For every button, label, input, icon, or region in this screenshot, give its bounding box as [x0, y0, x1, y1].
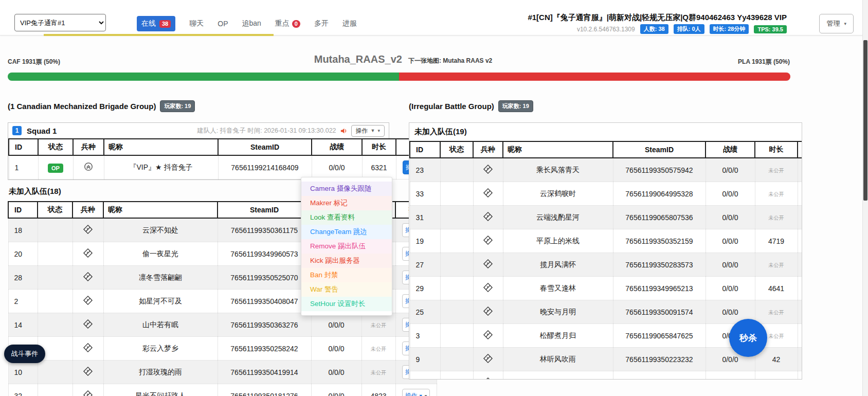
squad-action-button[interactable]: 操作 ▼ ▾ [351, 125, 385, 137]
player-action: 操作▼▾ [395, 384, 437, 396]
map-header: Mutaha_RAAS_v2 下一张地图: Mutaha RAAS v2 [0, 53, 806, 65]
player-nickname: 『VIP』★ 抖音兔子 [104, 155, 218, 179]
context-menu-item[interactable]: Camera 摄像头跟随 [301, 182, 392, 196]
player-kit [73, 384, 103, 396]
nav-chat[interactable]: 聊天 [189, 19, 204, 28]
player-duration: 6321 [362, 155, 396, 179]
player-row: 14山中若有眠765611993503632760/0/0未公开操作▼▾ [8, 313, 437, 337]
left-faction-name: (1 Canadian Mechanized Brigade Group) [8, 102, 156, 111]
player-row: 33云深鹤唳时765611990649953280/0/0未公开操作▼▾ [410, 182, 802, 206]
topbar: VIP兔子通宵#1 在线 38 聊天 OP 追ban 重点 0 多开 进服 #1… [0, 0, 868, 35]
player-duration: 未公开 [755, 253, 798, 277]
player-steamid: 76561199350419914 [218, 361, 311, 384]
player-nickname: 如星河不可及 [103, 290, 218, 313]
context-menu-item[interactable]: War 警告 [301, 282, 392, 297]
player-id: 28 [8, 266, 38, 290]
player-duration: 未公开 [755, 182, 798, 206]
online-count-badge: 38 [159, 20, 171, 28]
pla-ticket-label: PLA 1931票 (50%) [738, 58, 790, 66]
nav-trace-ban[interactable]: 追ban [242, 19, 261, 28]
kit-icon-rifleman [82, 247, 94, 259]
seckill-button[interactable]: 秒杀 [729, 319, 767, 357]
player-nickname: 云深不知处 [103, 218, 218, 242]
player-status [440, 348, 473, 371]
duration-private-label: 未公开 [371, 322, 386, 328]
nav-join-server[interactable]: 进服 [342, 19, 357, 28]
scrollbar-track[interactable] [862, 0, 868, 396]
column-header: 昵称 [503, 141, 613, 158]
player-id: 14 [8, 313, 38, 337]
speaker-icon[interactable] [340, 127, 348, 135]
context-menu-item[interactable]: Remove 踢出队伍 [301, 239, 392, 254]
context-menu-item[interactable]: Kick 踢出服务器 [301, 254, 392, 268]
player-kit [473, 348, 503, 371]
player-steamid: 76561199350363276 [218, 313, 311, 337]
op-status-badge: OP [48, 164, 63, 173]
kit-icon-rifleman [482, 187, 494, 199]
player-nickname: 打湿玫瑰的雨 [103, 361, 218, 384]
player-action: 操作▼▾ [798, 206, 802, 229]
player-steamid: 76561199350091574 [613, 300, 706, 324]
column-header: 昵称 [104, 139, 218, 155]
player-score: 0/0/0 [311, 313, 361, 337]
column-header: SteamID [218, 139, 312, 155]
player-score: 0/0/0 [706, 158, 755, 182]
server-stat-badge: TPS: 39.5 [754, 25, 787, 33]
player-duration: 4823 [361, 384, 395, 396]
row-action-button[interactable]: 操作▼▾ [402, 389, 430, 396]
nav-op[interactable]: OP [218, 20, 228, 28]
player-status [38, 384, 73, 396]
server-title: #1[CN]『兔子通宵服』|萌新对战|轻规无压家|Q群940462463 Yy4… [528, 13, 787, 23]
chevron-down-icon: ▾ [844, 21, 846, 26]
column-header: SteamID [613, 141, 706, 158]
player-kit [73, 313, 103, 337]
player-id: 25 [410, 300, 440, 324]
nav-important[interactable]: 重点 0 [275, 19, 300, 28]
row-action-label: 操作 [405, 392, 418, 396]
chevron-down-icon: ▾ [377, 128, 380, 133]
nav-online-button[interactable]: 在线 38 [137, 16, 175, 31]
player-status [440, 277, 473, 300]
player-steamid: 76561199350352159 [613, 229, 706, 253]
server-select[interactable]: VIP兔子通宵#1 [14, 14, 106, 31]
nav-multi-open[interactable]: 多开 [314, 19, 329, 28]
player-status [38, 218, 73, 242]
chevron-down-icon: ▼ [371, 128, 375, 133]
player-nickname: 春雪又逢林 [503, 277, 613, 300]
scrollbar-thumb[interactable] [863, 40, 867, 201]
kit-icon-rifleman [482, 305, 494, 317]
battle-events-button[interactable]: 战斗事件 [4, 345, 45, 363]
duration-private-label: 未公开 [371, 346, 386, 352]
player-row: 29春雪又逢林765611993499652130/0/04641操作▼▾ [410, 277, 802, 300]
player-duration: 4641 [755, 277, 798, 300]
squad-meta-text: 建队人: 抖音兔子 时间: 2026-01-31 09:13:30.022 [197, 127, 336, 135]
context-menu-item[interactable]: Makrer 标记 [301, 196, 392, 210]
nav-online-label: 在线 [141, 19, 156, 28]
player-action: 操作▼▾ [798, 300, 802, 324]
player-action: 操作▼▾ [798, 229, 802, 253]
manage-button[interactable]: 管理 ▾ [819, 14, 854, 33]
player-nickname: 偷一夜星光 [103, 242, 218, 266]
player-steamid: 76561199350181276 [218, 384, 311, 396]
player-status [440, 182, 473, 206]
player-status [38, 361, 73, 384]
player-steamid: 76561199350283573 [613, 253, 706, 277]
player-score: 0/0/0 [311, 337, 361, 361]
player-nickname: 乘长风落青天 [503, 158, 613, 182]
kit-icon-rifleman [82, 271, 94, 282]
player-id: 10 [8, 361, 38, 384]
kit-icon-rifleman [482, 353, 494, 364]
player-kit [473, 324, 503, 348]
context-menu-item[interactable]: SetHour 设置时长 [301, 297, 392, 311]
context-menu-item[interactable]: Look 查看资料 [301, 210, 392, 225]
player-steamid: 76561199349960573 [218, 242, 311, 266]
player-duration: 未公开 [361, 361, 395, 384]
context-menu-item[interactable]: Ban 封禁 [301, 268, 392, 282]
player-steamid: 76561199349965213 [613, 277, 706, 300]
player-duration: 未公开 [361, 313, 395, 337]
server-stat-badge: 人数: 38 [640, 24, 668, 34]
context-menu-item[interactable]: ChangeTeam 跳边 [301, 225, 392, 239]
chevron-down-icon: ▾ [425, 393, 427, 396]
player-duration: 未公开 [361, 337, 395, 361]
player-score: 0/0/0 [706, 229, 755, 253]
